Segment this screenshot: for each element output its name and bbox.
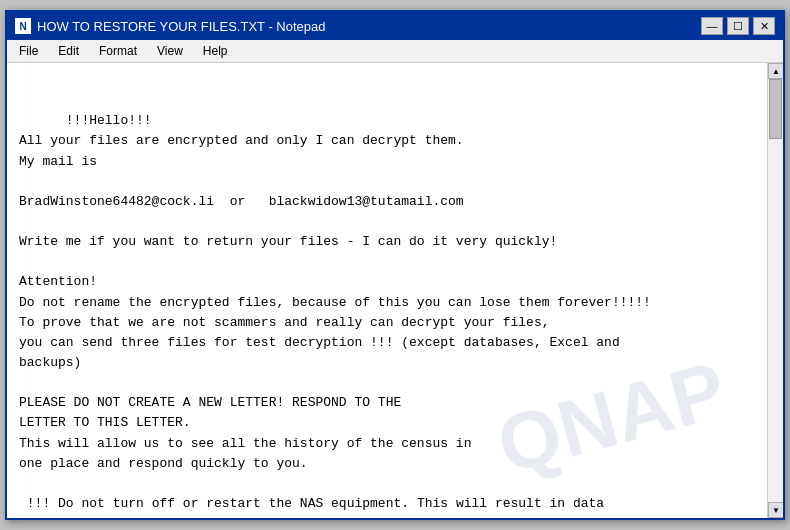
maximize-button[interactable]: ☐	[727, 17, 749, 35]
scroll-track[interactable]	[768, 79, 783, 502]
scroll-thumb[interactable]	[769, 79, 782, 139]
notepad-window: N HOW TO RESTORE YOUR FILES.TXT - Notepa…	[5, 10, 785, 520]
content-area: QNAP !!!Hello!!! All your files are encr…	[7, 63, 783, 518]
text-editor[interactable]: QNAP !!!Hello!!! All your files are encr…	[7, 63, 767, 518]
scrollbar: ▲ ▼	[767, 63, 783, 518]
close-button[interactable]: ✕	[753, 17, 775, 35]
menu-help[interactable]: Help	[195, 42, 236, 60]
window-title: HOW TO RESTORE YOUR FILES.TXT - Notepad	[37, 19, 326, 34]
title-bar: N HOW TO RESTORE YOUR FILES.TXT - Notepa…	[7, 12, 783, 40]
menu-edit[interactable]: Edit	[50, 42, 87, 60]
scroll-up-button[interactable]: ▲	[768, 63, 783, 79]
menu-view[interactable]: View	[149, 42, 191, 60]
menu-format[interactable]: Format	[91, 42, 145, 60]
title-bar-controls: — ☐ ✕	[701, 17, 775, 35]
menu-bar: File Edit Format View Help	[7, 40, 783, 63]
scroll-down-button[interactable]: ▼	[768, 502, 783, 518]
title-bar-left: N HOW TO RESTORE YOUR FILES.TXT - Notepa…	[15, 18, 326, 34]
app-icon: N	[15, 18, 31, 34]
minimize-button[interactable]: —	[701, 17, 723, 35]
watermark: QNAP	[489, 349, 733, 486]
main-text: !!!Hello!!! All your files are encrypted…	[19, 113, 651, 518]
menu-file[interactable]: File	[11, 42, 46, 60]
